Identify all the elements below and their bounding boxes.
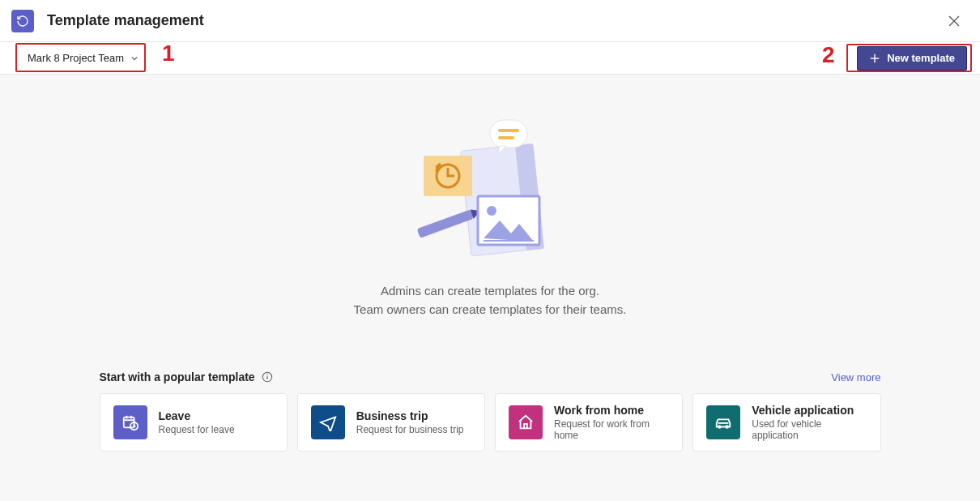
template-card-text: Vehicle applicationUsed for vehicle appl… [752,404,867,441]
popular-templates-section: Start with a popular template View more … [100,370,881,452]
svg-point-17 [487,206,496,216]
popular-heading: Start with a popular template [100,370,273,383]
template-card-subtitle: Request for leave [159,424,235,435]
home-icon [509,405,543,439]
new-template-label: New template [887,52,955,64]
annotation-number-2: 2 [822,42,835,68]
template-card-text: Business tripRequest for business trip [356,409,464,435]
main-area: Admins can create templates for the org.… [0,75,980,452]
empty-state-line-2: Team owners can create templates for the… [354,301,627,319]
info-icon[interactable] [262,371,273,383]
popular-heading-text: Start with a popular template [100,370,255,383]
svg-point-21 [266,374,268,375]
empty-state-line-1: Admins can create templates for the org. [354,282,627,301]
team-picker-label: Mark 8 Project Team [28,52,124,64]
airplane-icon [311,405,345,439]
template-card-subtitle: Used for vehicle application [752,418,867,441]
template-card-row: LeaveRequest for leaveBusiness tripReque… [100,393,881,452]
view-more-link[interactable]: View more [831,371,880,383]
template-card-title: Vehicle application [752,404,867,417]
page-title: Template management [47,12,204,29]
close-button[interactable] [948,15,961,28]
calendar-clock-icon [113,405,147,439]
svg-marker-18 [484,240,534,242]
template-card-title: Business trip [356,409,464,422]
plus-icon [869,53,880,64]
team-picker[interactable]: Mark 8 Project Team [21,48,145,69]
empty-illustration [409,115,571,269]
template-card-title: Leave [159,409,235,422]
template-card-text: LeaveRequest for leave [159,409,235,435]
new-template-button[interactable]: New template [857,46,967,71]
popular-head: Start with a popular template View more [100,370,881,383]
template-card-subtitle: Request for work from home [554,418,669,441]
svg-rect-14 [417,209,474,238]
template-card-text: Work from homeRequest for work from home [554,404,669,441]
close-icon [948,15,961,28]
template-card[interactable]: LeaveRequest for leave [100,393,288,452]
refresh-icon [16,15,29,28]
template-card-title: Work from home [554,404,669,417]
empty-state-text: Admins can create templates for the org.… [354,282,627,319]
header-bar: Template management [0,0,980,42]
app-icon [11,10,34,32]
template-card-subtitle: Request for business trip [356,424,464,435]
car-icon [706,405,740,439]
template-card[interactable]: Vehicle applicationUsed for vehicle appl… [692,393,880,452]
svg-rect-7 [490,120,527,148]
template-card[interactable]: Business tripRequest for business trip [297,393,485,452]
annotation-number-1: 1 [162,41,175,66]
chevron-down-icon [130,54,138,62]
template-card[interactable]: Work from homeRequest for work from home [495,393,683,452]
